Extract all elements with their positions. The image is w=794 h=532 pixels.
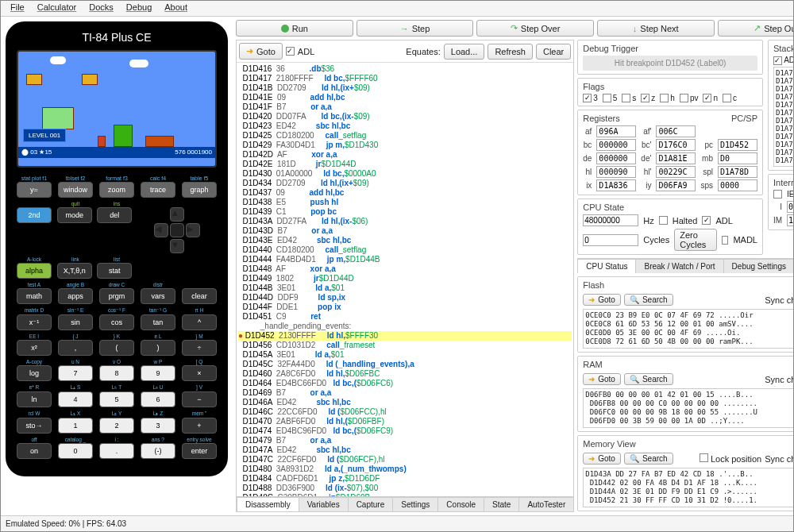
tab-variables[interactable]: Variables [299,497,349,511]
int-i-input[interactable] [787,201,794,213]
disasm-line[interactable]: D1D42E 181D jr$D1D44D [238,160,572,169]
reg-pc[interactable] [718,139,757,151]
tab-debug-settings[interactable]: Debug Settings [723,259,794,273]
disasm-line[interactable]: D1D479 B7 or a,a [238,436,572,445]
disasm-line[interactable]: D1D44B 3E01 ld a,$01 [238,283,572,293]
disasm-line[interactable]: D1D41F B7 or a,a [238,102,572,112]
disasm-line[interactable]: D1D488 DD36F900 ld (ix-$07),$00 [238,484,572,493]
tab-settings[interactable]: Settings [392,497,438,511]
key-comma[interactable]: , [58,340,93,356]
disasm-line[interactable]: ● D1D452 2130FFFF ld hl,$FFFF30 [238,331,572,341]
calc-screen[interactable]: ⬤ 03 ★15 576 0001900 LEVEL 001 [17,50,217,168]
disasm-line[interactable]: D1D469 B7 or a,a [238,388,572,398]
reg-hl[interactable] [596,166,636,178]
flag-pv-checkbox[interactable] [680,94,688,102]
reg-af2[interactable] [656,125,696,137]
key-trace[interactable]: trace [141,182,175,198]
refresh-button[interactable]: Refresh [488,44,533,60]
tab-disassembly[interactable]: Disassembly [237,497,299,511]
disasm-line[interactable]: D1D464 ED4BC66FD0 ld bc,($D06FC6) [238,379,572,388]
disasm-line[interactable]: D1D46C 22CC6FD0 ld ($D06FCC),hl [238,407,572,417]
disasm-line[interactable]: _handle_pending_events: [238,322,572,331]
key-on[interactable]: on [17,443,52,459]
key-1[interactable]: 1 [58,418,93,434]
disasm-line[interactable]: D1D438 E5 push hl [238,198,572,207]
dpad-down[interactable]: ▼ [170,239,184,253]
disasm-line[interactable]: D1D45C 32FA44D0 ld (_handling_events),a [238,360,572,369]
cpu-freq-input[interactable] [583,214,638,226]
reg-mb[interactable] [718,152,757,164]
disasm-line[interactable]: D1D42D AF xor a,a [238,150,572,160]
disasm-line[interactable]: D1D425 CD180200 call_setflag [238,131,572,141]
load-button[interactable]: Load... [444,44,485,60]
key-window[interactable]: window [58,182,93,198]
key-xtn[interactable]: X,T,θ,n [57,263,92,279]
tab-break-watch-port[interactable]: Break / Watch / Port [635,259,723,273]
dpad[interactable]: ▲ ◀ ▶ ▼ [154,207,200,253]
stack-list[interactable]: D1A78D D2163A D1A790 000000 D1A7C3 00000… [773,67,794,167]
tab-cpu-status[interactable]: CPU Status [577,259,636,273]
mem-goto-button[interactable]: ➜Goto [583,453,621,465]
disasm-line[interactable]: D1D439 C1 pop bc [238,207,572,217]
key-vars[interactable]: vars [141,288,175,304]
key-9[interactable]: 9 [141,365,175,381]
flash-goto-button[interactable]: ➜Goto [583,294,621,306]
disasm-line[interactable]: D1D449 1802 jr$D1D44D [238,274,572,283]
key-apps[interactable]: apps [58,288,93,304]
disasm-line[interactable]: D1D41E 09 add hl,bc [238,93,572,102]
int-im-input[interactable] [787,214,794,226]
key-4[interactable]: 4 [58,391,93,407]
key-clear[interactable]: clear [182,288,217,304]
zero-cycles-button[interactable]: Zero Cycles [674,229,717,251]
key-plus[interactable]: + [182,418,217,434]
disasm-line[interactable]: D1D484 CADFD6D1 jp z,$D1D6DF [238,474,572,484]
key-0[interactable]: 0 [58,443,93,459]
key-zoom[interactable]: zoom [99,182,134,198]
key-stat[interactable]: stat [97,263,132,279]
key-mul[interactable]: × [182,365,217,381]
reg-bc[interactable] [596,139,636,151]
disassembly-list[interactable]: D1D416 36 .db$36 D1D417 2180FFFF ld bc,$… [237,63,573,496]
reg-sps[interactable] [718,179,757,191]
flag-z-checkbox[interactable] [641,94,649,102]
dpad-left[interactable]: ◀ [154,223,168,237]
menu-calculator[interactable]: Calculator [31,1,83,16]
disasm-line[interactable]: D1D43D B7 or a,a [238,226,572,236]
reg-spl[interactable] [718,166,757,178]
key-2[interactable]: 2 [99,418,134,434]
key-2nd[interactable]: 2nd [17,207,52,223]
stack-adl-checkbox[interactable] [773,56,782,65]
clear-button[interactable]: Clear [536,44,571,60]
disasm-line[interactable]: D1D417 2180FFFF ld bc,$FFFF60 [238,74,572,83]
key-math[interactable]: math [17,288,52,304]
key-6[interactable]: 6 [141,391,175,407]
disasm-line[interactable]: D1D434 DD2709 ld hl,(ix+$09) [238,179,572,188]
disasm-line[interactable]: D1D430 01A00000 ld bc,$0000A0 [238,169,572,179]
reg-iy[interactable] [656,179,696,191]
reg-ix[interactable] [596,179,636,191]
reg-de[interactable] [596,152,636,164]
key-xinv[interactable]: x⁻¹ [17,314,52,330]
disasm-line[interactable]: D1D429 FA30D4D1 jp m,$D1D430 [238,141,572,150]
reg-af[interactable] [596,125,636,137]
key-sto[interactable]: sto→ [17,418,52,434]
disasm-line[interactable]: D1D416 36 .db$36 [238,64,572,74]
ram-hex-view[interactable]: D06FB0 00 00 00 01 42 01 00 15 ....B... … [583,388,794,428]
key-neg[interactable]: (-) [141,443,175,459]
disasm-line[interactable]: D1D43A DD27FA ld hl,(ix-$06) [238,217,572,226]
disasm-line[interactable]: D1D43E ED42 sbc hl,bc [238,236,572,245]
key-alpha[interactable]: alpha [17,263,52,279]
run-button[interactable]: Run [236,20,353,37]
key-graph[interactable]: graph [182,182,217,198]
disasm-line[interactable]: D1D44F DDE1 pop ix [238,303,572,312]
ief2-checkbox[interactable] [773,190,782,199]
disasm-line[interactable]: D1D45A 3E01 ld a,$01 [238,350,572,360]
key-sin[interactable]: sin [58,314,93,330]
key-mode[interactable]: mode [57,207,92,223]
flag-s-checkbox[interactable] [622,94,630,102]
step-next-button[interactable]: ↓Step Next [597,20,715,37]
tab-capture[interactable]: Capture [348,497,394,511]
flash-hex-view[interactable]: 0CE0C0 23 B9 E0 0C 07 4F 69 72 .....Oir … [583,309,794,349]
ram-goto-button[interactable]: ➜Goto [583,373,621,385]
tab-state[interactable]: State [484,497,519,511]
